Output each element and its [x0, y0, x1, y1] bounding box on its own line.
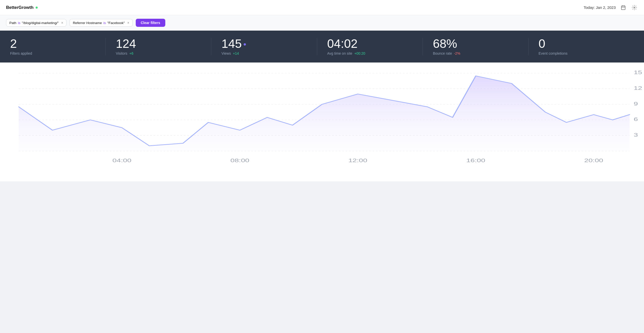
- stat-event-completions: 0 Event completions: [528, 38, 634, 55]
- clear-filters-button[interactable]: Clear filters: [136, 19, 165, 27]
- header-left: BetterGrowth: [6, 5, 38, 10]
- filter-bar: Path is "/blog/digital-marketing/" × Ref…: [0, 15, 644, 31]
- filter-referrer-pill: Referrer Hostname is "Facebook" ×: [70, 19, 133, 27]
- chart-container: 15 12 9 6 3 04:00 08:00 12:00 16:00 20:0…: [6, 68, 638, 179]
- stat-avg-time-label: Avg time on site +00:20: [327, 51, 423, 55]
- svg-rect-0: [622, 6, 625, 10]
- chart-fill-area: [19, 76, 630, 151]
- stat-filters-applied-label: Filters applied: [10, 51, 105, 55]
- stat-visitors-delta: +6: [129, 51, 133, 55]
- calendar-button[interactable]: [620, 4, 627, 11]
- chart-area: 15 12 9 6 3 04:00 08:00 12:00 16:00 20:0…: [0, 63, 644, 181]
- svg-text:16:00: 16:00: [466, 158, 485, 163]
- stat-views-label: Views +14: [221, 51, 317, 55]
- stat-views: 145 Views +14: [211, 38, 317, 55]
- stat-event-completions-label: Event completions: [539, 51, 634, 55]
- svg-text:08:00: 08:00: [230, 158, 249, 163]
- stat-visitors: 124 Visitors +6: [105, 38, 211, 55]
- svg-text:12:00: 12:00: [348, 158, 367, 163]
- filter-path-value: "/blog/digital-marketing/": [22, 21, 59, 25]
- svg-text:04:00: 04:00: [112, 158, 131, 163]
- svg-text:20:00: 20:00: [584, 158, 603, 163]
- stat-visitors-value: 124: [116, 38, 211, 50]
- line-chart: 15 12 9 6 3 04:00 08:00 12:00 16:00 20:0…: [6, 68, 638, 179]
- stat-filters-applied-value: 2: [10, 38, 105, 50]
- filter-referrer-value: "Facebook": [107, 21, 125, 25]
- filter-path-close[interactable]: ×: [61, 21, 63, 25]
- calendar-icon: [621, 5, 626, 10]
- stat-bounce-rate-label: Bounce rate -2%: [433, 51, 528, 55]
- stat-filters-applied: 2 Filters applied: [10, 38, 105, 55]
- stat-views-value: 145: [221, 38, 317, 50]
- svg-point-4: [634, 7, 635, 8]
- app-name: BetterGrowth: [6, 5, 34, 10]
- filter-path-pill: Path is "/blog/digital-marketing/" ×: [6, 19, 66, 27]
- filter-referrer-close[interactable]: ×: [127, 21, 129, 25]
- stat-avg-time-delta: +00:20: [354, 51, 365, 55]
- status-indicator: [36, 7, 38, 9]
- svg-text:12: 12: [634, 85, 642, 91]
- filter-path-is: is: [18, 21, 20, 25]
- stat-event-completions-value: 0: [539, 38, 634, 50]
- svg-text:3: 3: [634, 132, 638, 138]
- svg-text:6: 6: [634, 116, 638, 122]
- stats-bar: 2 Filters applied 124 Visitors +6 145 Vi…: [0, 31, 644, 63]
- header-right: Today: Jan 2, 2023: [584, 4, 638, 11]
- filter-referrer-is: is: [103, 21, 106, 25]
- views-dot: [244, 43, 246, 46]
- stat-bounce-rate-value: 68%: [433, 38, 528, 50]
- svg-text:9: 9: [634, 101, 638, 107]
- stat-visitors-label: Visitors +6: [116, 51, 211, 55]
- date-label: Today: Jan 2, 2023: [584, 5, 616, 10]
- stat-avg-time-value: 04:02: [327, 38, 423, 50]
- filter-referrer-prefix: Referrer Hostname: [73, 21, 102, 25]
- stat-bounce-rate-delta: -2%: [454, 51, 460, 55]
- settings-button[interactable]: [631, 4, 638, 11]
- stat-views-delta: +14: [233, 51, 239, 55]
- stat-avg-time: 04:02 Avg time on site +00:20: [317, 38, 423, 55]
- header: BetterGrowth Today: Jan 2, 2023: [0, 0, 644, 15]
- settings-icon: [632, 5, 637, 10]
- svg-text:15: 15: [634, 70, 642, 75]
- filter-path-prefix: Path: [9, 21, 16, 25]
- stat-bounce-rate: 68% Bounce rate -2%: [423, 38, 528, 55]
